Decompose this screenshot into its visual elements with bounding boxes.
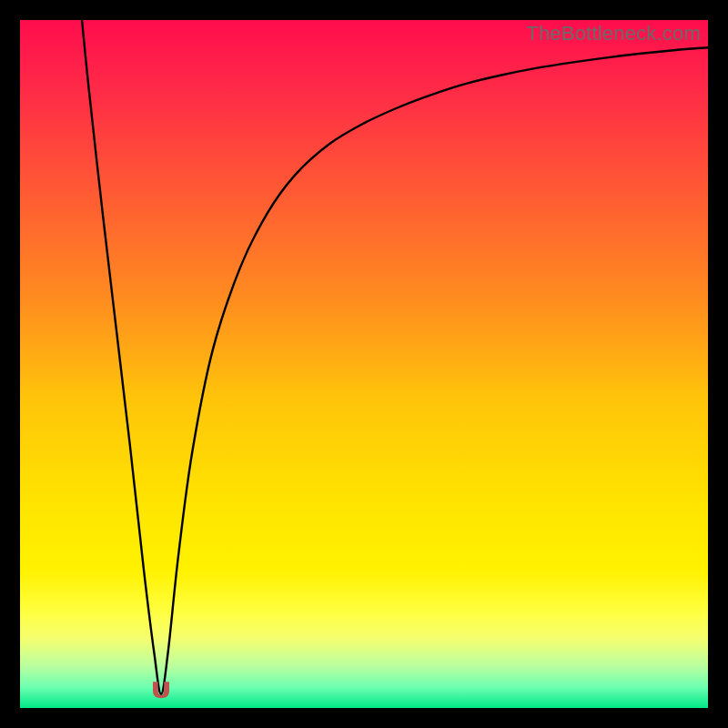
chart-frame: TheBottleneck.com [20, 20, 708, 708]
watermark-text: TheBottleneck.com [526, 22, 701, 46]
bottleneck-chart [20, 20, 708, 708]
